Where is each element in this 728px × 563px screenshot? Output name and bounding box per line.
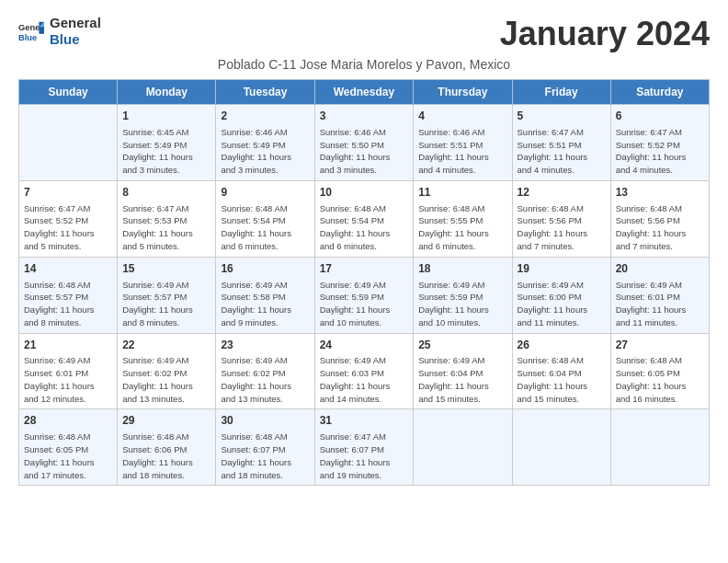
weekday-header-row: SundayMondayTuesdayWednesdayThursdayFrid… xyxy=(19,80,710,105)
calendar-cell: 24Sunrise: 6:49 AM Sunset: 6:03 PM Dayli… xyxy=(314,333,414,409)
calendar-body: 1Sunrise: 6:45 AM Sunset: 5:49 PM Daylig… xyxy=(19,105,710,486)
day-number: 30 xyxy=(221,413,309,429)
day-info: Sunrise: 6:47 AM Sunset: 5:53 PM Dayligh… xyxy=(122,202,210,253)
day-info: Sunrise: 6:48 AM Sunset: 5:56 PM Dayligh… xyxy=(518,202,606,253)
logo-icon: General Blue xyxy=(18,18,44,44)
day-number: 11 xyxy=(418,185,506,201)
calendar-cell: 2Sunrise: 6:46 AM Sunset: 5:49 PM Daylig… xyxy=(216,105,314,181)
day-number: 12 xyxy=(518,185,606,201)
header: General Blue General Blue January 2024 xyxy=(18,15,710,53)
calendar-cell: 18Sunrise: 6:49 AM Sunset: 5:59 PM Dayli… xyxy=(414,257,512,333)
day-info: Sunrise: 6:48 AM Sunset: 6:05 PM Dayligh… xyxy=(616,354,704,405)
day-number: 3 xyxy=(320,109,409,124)
day-info: Sunrise: 6:48 AM Sunset: 5:54 PM Dayligh… xyxy=(320,202,409,253)
svg-text:Blue: Blue xyxy=(18,33,37,42)
calendar-cell: 14Sunrise: 6:48 AM Sunset: 5:57 PM Dayli… xyxy=(19,257,118,333)
calendar-cell: 19Sunrise: 6:49 AM Sunset: 6:00 PM Dayli… xyxy=(512,257,610,333)
calendar-week-row: 1Sunrise: 6:45 AM Sunset: 5:49 PM Daylig… xyxy=(19,105,710,181)
day-info: Sunrise: 6:49 AM Sunset: 6:01 PM Dayligh… xyxy=(616,279,704,329)
calendar-cell: 22Sunrise: 6:49 AM Sunset: 6:02 PM Dayli… xyxy=(118,333,216,409)
calendar-cell: 17Sunrise: 6:49 AM Sunset: 5:59 PM Dayli… xyxy=(314,257,414,333)
calendar-cell: 20Sunrise: 6:49 AM Sunset: 6:01 PM Dayli… xyxy=(610,257,709,333)
day-number: 15 xyxy=(122,261,210,277)
calendar-cell: 8Sunrise: 6:47 AM Sunset: 5:53 PM Daylig… xyxy=(118,180,216,257)
calendar-cell: 30Sunrise: 6:48 AM Sunset: 6:07 PM Dayli… xyxy=(216,409,314,486)
day-info: Sunrise: 6:45 AM Sunset: 5:49 PM Dayligh… xyxy=(122,126,210,177)
calendar-cell: 21Sunrise: 6:49 AM Sunset: 6:01 PM Dayli… xyxy=(19,333,118,409)
day-number: 22 xyxy=(122,338,210,353)
calendar-cell: 31Sunrise: 6:47 AM Sunset: 6:07 PM Dayli… xyxy=(314,409,414,486)
day-info: Sunrise: 6:49 AM Sunset: 5:57 PM Dayligh… xyxy=(122,279,210,329)
day-number: 9 xyxy=(221,185,309,201)
calendar-cell: 6Sunrise: 6:47 AM Sunset: 5:52 PM Daylig… xyxy=(610,105,709,181)
calendar-cell: 26Sunrise: 6:48 AM Sunset: 6:04 PM Dayli… xyxy=(512,333,610,409)
calendar-week-row: 21Sunrise: 6:49 AM Sunset: 6:01 PM Dayli… xyxy=(19,333,710,409)
day-info: Sunrise: 6:48 AM Sunset: 5:56 PM Dayligh… xyxy=(616,202,704,253)
calendar-cell: 27Sunrise: 6:48 AM Sunset: 6:05 PM Dayli… xyxy=(610,333,709,409)
calendar-cell: 4Sunrise: 6:46 AM Sunset: 5:51 PM Daylig… xyxy=(414,105,512,181)
calendar-cell: 9Sunrise: 6:48 AM Sunset: 5:54 PM Daylig… xyxy=(216,180,314,257)
day-number: 16 xyxy=(221,261,309,277)
day-number: 6 xyxy=(616,109,704,124)
day-number: 19 xyxy=(518,261,606,277)
day-info: Sunrise: 6:48 AM Sunset: 5:55 PM Dayligh… xyxy=(418,202,506,253)
subtitle: Poblado C-11 Jose Maria Morelos y Pavon,… xyxy=(18,57,710,72)
calendar-cell xyxy=(414,409,512,486)
day-number: 13 xyxy=(616,185,704,201)
day-number: 17 xyxy=(320,261,409,277)
weekday-header-cell: Monday xyxy=(118,80,216,105)
day-number: 31 xyxy=(320,413,409,429)
day-number: 27 xyxy=(616,338,704,353)
day-number: 23 xyxy=(221,338,309,353)
day-info: Sunrise: 6:47 AM Sunset: 5:51 PM Dayligh… xyxy=(518,126,606,177)
logo: General Blue General Blue xyxy=(18,15,101,48)
calendar-cell: 7Sunrise: 6:47 AM Sunset: 5:52 PM Daylig… xyxy=(19,180,118,257)
day-info: Sunrise: 6:46 AM Sunset: 5:51 PM Dayligh… xyxy=(418,126,506,177)
weekday-header-cell: Saturday xyxy=(610,80,709,105)
calendar-cell: 25Sunrise: 6:49 AM Sunset: 6:04 PM Dayli… xyxy=(414,333,512,409)
day-info: Sunrise: 6:47 AM Sunset: 5:52 PM Dayligh… xyxy=(24,202,112,253)
day-info: Sunrise: 6:49 AM Sunset: 6:04 PM Dayligh… xyxy=(418,354,506,405)
calendar-cell: 16Sunrise: 6:49 AM Sunset: 5:58 PM Dayli… xyxy=(216,257,314,333)
month-title: January 2024 xyxy=(500,15,710,53)
day-number: 20 xyxy=(616,261,704,277)
day-info: Sunrise: 6:46 AM Sunset: 5:50 PM Dayligh… xyxy=(320,126,409,177)
calendar-cell: 28Sunrise: 6:48 AM Sunset: 6:05 PM Dayli… xyxy=(19,409,118,486)
day-number: 21 xyxy=(24,338,112,353)
day-number: 25 xyxy=(418,338,506,353)
day-number: 10 xyxy=(320,185,409,201)
calendar-cell: 13Sunrise: 6:48 AM Sunset: 5:56 PM Dayli… xyxy=(610,180,709,257)
day-number: 28 xyxy=(24,413,112,429)
weekday-header-cell: Sunday xyxy=(19,80,118,105)
calendar-table: SundayMondayTuesdayWednesdayThursdayFrid… xyxy=(18,79,710,486)
weekday-header-cell: Tuesday xyxy=(216,80,314,105)
day-number: 8 xyxy=(122,185,210,201)
day-info: Sunrise: 6:49 AM Sunset: 5:58 PM Dayligh… xyxy=(221,279,309,329)
day-info: Sunrise: 6:48 AM Sunset: 6:06 PM Dayligh… xyxy=(122,431,210,481)
calendar-cell: 11Sunrise: 6:48 AM Sunset: 5:55 PM Dayli… xyxy=(414,180,512,257)
weekday-header-cell: Thursday xyxy=(414,80,512,105)
day-info: Sunrise: 6:48 AM Sunset: 6:04 PM Dayligh… xyxy=(518,354,606,405)
day-number: 2 xyxy=(221,109,309,124)
day-info: Sunrise: 6:49 AM Sunset: 6:00 PM Dayligh… xyxy=(518,279,606,329)
day-number: 24 xyxy=(320,338,409,353)
day-info: Sunrise: 6:47 AM Sunset: 5:52 PM Dayligh… xyxy=(616,126,704,177)
day-info: Sunrise: 6:46 AM Sunset: 5:49 PM Dayligh… xyxy=(221,126,309,177)
calendar-cell: 1Sunrise: 6:45 AM Sunset: 5:49 PM Daylig… xyxy=(118,105,216,181)
day-info: Sunrise: 6:49 AM Sunset: 5:59 PM Dayligh… xyxy=(418,279,506,329)
day-number: 4 xyxy=(418,109,506,124)
calendar-cell xyxy=(512,409,610,486)
calendar-cell xyxy=(610,409,709,486)
day-info: Sunrise: 6:48 AM Sunset: 6:07 PM Dayligh… xyxy=(221,431,309,481)
calendar-cell: 3Sunrise: 6:46 AM Sunset: 5:50 PM Daylig… xyxy=(314,105,414,181)
day-number: 29 xyxy=(122,413,210,429)
day-info: Sunrise: 6:49 AM Sunset: 6:01 PM Dayligh… xyxy=(24,354,112,405)
calendar-week-row: 14Sunrise: 6:48 AM Sunset: 5:57 PM Dayli… xyxy=(19,257,710,333)
logo-blue-text: Blue xyxy=(50,31,101,48)
day-number: 18 xyxy=(418,261,506,277)
day-info: Sunrise: 6:48 AM Sunset: 5:54 PM Dayligh… xyxy=(221,202,309,253)
day-info: Sunrise: 6:49 AM Sunset: 6:03 PM Dayligh… xyxy=(320,354,409,405)
calendar-cell xyxy=(19,105,118,181)
weekday-header-cell: Wednesday xyxy=(314,80,414,105)
day-info: Sunrise: 6:49 AM Sunset: 5:59 PM Dayligh… xyxy=(320,279,409,329)
